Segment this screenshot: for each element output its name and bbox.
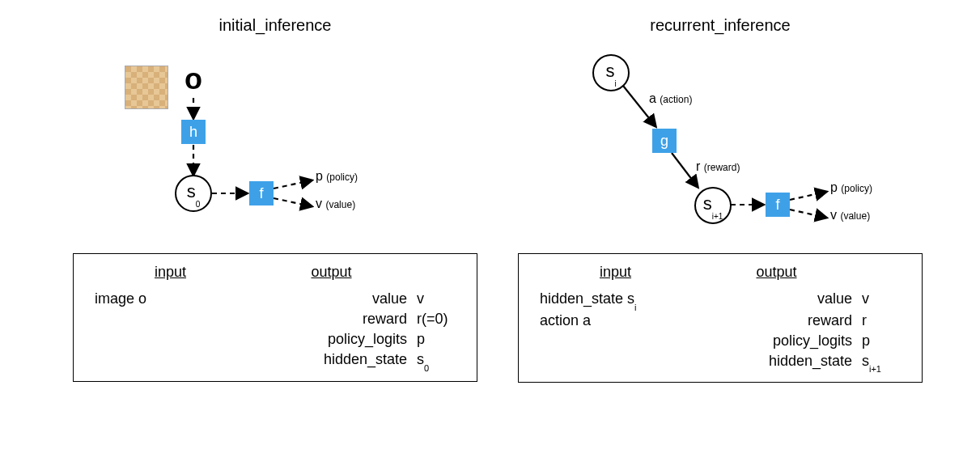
svg-line-4 xyxy=(274,198,312,206)
io-output-label: value xyxy=(372,290,412,307)
io-output-symbol: v xyxy=(412,290,424,307)
h-function-label: h xyxy=(189,124,197,141)
g-function-label: g xyxy=(660,133,668,150)
reward-edge-label: r (reward) xyxy=(696,159,740,174)
io-input-row: image o xyxy=(90,290,146,307)
recurrent-inference-panel: recurrent_inference xyxy=(518,16,923,383)
io-output-symbol: v xyxy=(857,290,869,309)
svg-line-6 xyxy=(672,153,698,187)
observation-symbol: o xyxy=(185,62,202,96)
io-input-header: input xyxy=(155,264,186,281)
recurrent-inference-diagram: si a (action) g r (reward) si+1 f xyxy=(518,41,923,244)
state-si-node: si xyxy=(592,54,630,91)
chessboard-image-icon xyxy=(125,66,168,109)
io-output-label: value xyxy=(817,290,857,309)
f-function-box-right: f xyxy=(766,193,790,217)
value-output-right: v (value) xyxy=(830,208,870,222)
io-output-header: output xyxy=(756,264,796,281)
io-output-symbol: p xyxy=(412,331,425,348)
io-output-header: output xyxy=(311,264,351,281)
state-si-label: si xyxy=(605,62,616,83)
state-si1-label: si+1 xyxy=(703,195,723,215)
initial-inference-io-table: inputoutputimage ovaluevrewardr(=0)polic… xyxy=(73,253,477,382)
recurrent-inference-io-table: inputoutputhidden_state sivaluevaction a… xyxy=(518,253,923,383)
io-output-label: reward xyxy=(363,311,412,328)
diagram-root: initial_inference o xyxy=(0,0,980,449)
io-input-row: hidden_state si xyxy=(535,290,637,309)
svg-line-8 xyxy=(790,192,826,200)
io-output-symbol: r xyxy=(857,312,867,329)
state-s0-label: s0 xyxy=(187,183,201,203)
policy-output-left: p (policy) xyxy=(316,169,358,184)
io-output-label: policy_logits xyxy=(773,333,857,349)
f-function-box-left: f xyxy=(249,181,274,205)
h-function-box: h xyxy=(181,120,206,144)
g-function-box: g xyxy=(652,129,677,153)
initial-inference-diagram: o h s0 f p (policy) v (value) xyxy=(73,41,477,244)
io-input-header: input xyxy=(600,264,631,281)
io-input-row: action a xyxy=(535,312,591,329)
policy-output-right: p (policy) xyxy=(830,180,872,195)
io-output-label: hidden_state xyxy=(769,353,857,371)
recurrent-inference-title: recurrent_inference xyxy=(518,16,923,35)
io-output-symbol: r(=0) xyxy=(412,311,448,328)
action-edge-label: a (action) xyxy=(649,91,692,106)
initial-inference-panel: initial_inference o xyxy=(73,16,477,382)
f-function-label-left: f xyxy=(259,185,263,202)
io-output-symbol: s0 xyxy=(412,351,429,370)
io-output-label: policy_logits xyxy=(328,331,412,348)
svg-line-9 xyxy=(790,210,826,218)
f-function-label-right: f xyxy=(775,197,779,214)
io-output-symbol: si+1 xyxy=(857,353,881,371)
io-output-symbol: p xyxy=(857,333,870,349)
value-output-left: v (value) xyxy=(316,197,355,211)
state-s0-node: s0 xyxy=(175,175,212,212)
io-output-label: reward xyxy=(808,312,857,329)
state-si1-node: si+1 xyxy=(694,187,732,224)
io-output-label: hidden_state xyxy=(324,351,412,370)
initial-inference-title: initial_inference xyxy=(73,16,477,35)
svg-line-3 xyxy=(274,180,312,188)
